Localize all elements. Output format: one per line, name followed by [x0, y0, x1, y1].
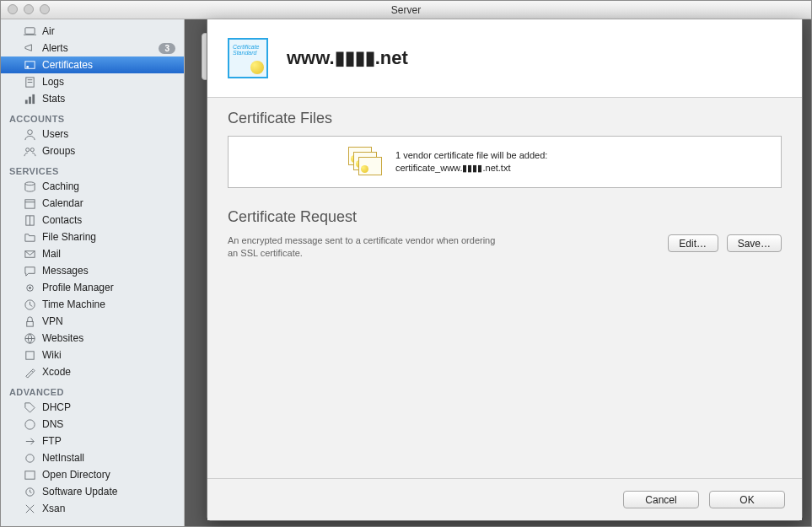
request-buttons: Edit… Save…: [668, 234, 782, 252]
document-icon: [23, 75, 37, 89]
svg-rect-24: [26, 351, 34, 358]
clock-icon: [23, 298, 37, 312]
edit-button[interactable]: Edit…: [668, 234, 718, 252]
certificate-files-box: 1 vendor certificate file will be added:…: [228, 136, 782, 188]
sidebar-item-label: Alerts: [42, 42, 68, 54]
arrow-icon: [23, 434, 37, 449]
laptop-icon: [23, 24, 37, 39]
svg-point-20: [29, 287, 31, 289]
sidebar-item-software-update[interactable]: Software Update: [1, 483, 184, 500]
file-line-2: certificate_www.▮▮▮▮.net.txt: [395, 162, 547, 175]
sidebar-item-xcode[interactable]: Xcode: [1, 363, 184, 380]
svg-point-26: [26, 454, 34, 461]
sidebar-item-time-machine[interactable]: Time Machine: [1, 296, 184, 313]
people-icon: [23, 144, 37, 159]
megaphone-icon: [23, 41, 37, 56]
sheet-body: Certificate Files 1 vendor certificate f…: [207, 98, 802, 478]
save-button[interactable]: Save…: [727, 234, 782, 252]
sidebar-item-profile-manager[interactable]: Profile Manager: [1, 279, 184, 296]
request-section-title: Certificate Request: [228, 208, 782, 226]
cancel-button[interactable]: Cancel: [623, 491, 699, 508]
svg-point-11: [26, 148, 30, 151]
globe-icon: [23, 331, 37, 346]
net-icon: [23, 451, 37, 465]
minimize-window-icon[interactable]: [24, 4, 34, 14]
sidebar-item-vpn[interactable]: VPN: [1, 313, 184, 330]
request-section: An encrypted message sent to a certifica…: [228, 234, 782, 261]
svg-point-12: [30, 148, 34, 151]
sheet-header: Certificate Standard www.▮▮▮▮.net: [207, 19, 802, 98]
sidebar-item-xsan[interactable]: Xsan: [1, 500, 184, 517]
svg-point-13: [25, 181, 35, 185]
window-title: Server: [391, 4, 421, 16]
hammer-icon: [23, 365, 37, 379]
gear-icon: [23, 281, 37, 295]
sidebar-item-caching[interactable]: Caching: [1, 178, 184, 195]
sidebar-item-users[interactable]: Users: [1, 126, 184, 143]
sidebar-item-label: Messages: [42, 265, 89, 277]
sidebar-item-label: Websites: [42, 332, 83, 344]
sidebar-item-label: Certificates: [42, 59, 93, 71]
certificate-stack-icon: [348, 147, 384, 177]
sheet-title: www.▮▮▮▮.net: [287, 47, 408, 69]
book-icon: [23, 213, 37, 228]
sidebar-item-certificates[interactable]: Certificates: [1, 56, 184, 73]
sidebar-item-label: Stats: [42, 93, 65, 105]
sidebar-item-label: Caching: [42, 180, 79, 192]
sidebar-item-wiki[interactable]: Wiki: [1, 347, 184, 363]
sidebar-item-websites[interactable]: Websites: [1, 330, 184, 347]
file-lines: 1 vendor certificate file will be added:…: [395, 149, 547, 175]
svg-point-25: [25, 419, 35, 428]
close-window-icon[interactable]: [8, 4, 18, 14]
sidebar-item-label: FTP: [42, 435, 62, 447]
titlebar[interactable]: Server: [1, 1, 811, 19]
ok-button[interactable]: OK: [709, 491, 785, 508]
svg-point-3: [26, 65, 29, 67]
sidebar-item-groups[interactable]: Groups: [1, 143, 184, 159]
svg-rect-9: [32, 94, 35, 103]
wiki-icon: [23, 348, 37, 363]
sidebar-item-label: VPN: [42, 315, 63, 327]
svg-rect-14: [25, 199, 35, 207]
sidebar-item-air[interactable]: Air: [1, 23, 184, 40]
sheet-footer: Cancel OK: [207, 478, 802, 520]
sidebar-section-services: SERVICES: [1, 159, 184, 178]
sidebar-item-logs[interactable]: Logs: [1, 73, 184, 90]
sidebar-item-label: Contacts: [42, 214, 82, 226]
sidebar-item-mail[interactable]: Mail: [1, 245, 184, 262]
envelope-icon: [23, 247, 37, 261]
sidebar-item-label: Calendar: [42, 197, 83, 209]
server-window: Server Air Alerts 3 Certificates Logs: [0, 0, 812, 527]
svg-rect-0: [25, 27, 35, 34]
content-split: Air Alerts 3 Certificates Logs Stats ACC…: [1, 19, 811, 526]
folder-icon: [23, 230, 37, 245]
disk-icon: [23, 180, 37, 194]
bubble-icon: [23, 264, 37, 278]
sidebar-item-calendar[interactable]: Calendar: [1, 195, 184, 212]
sidebar-item-contacts[interactable]: Contacts: [1, 212, 184, 229]
sidebar-item-label: File Sharing: [42, 231, 96, 243]
certificate-large-icon: Certificate Standard: [228, 38, 268, 78]
calendar-icon: [23, 196, 37, 211]
svg-rect-8: [29, 96, 31, 103]
sidebar-item-label: Air: [42, 25, 55, 37]
sidebar-item-label: DHCP: [42, 401, 71, 413]
sidebar-item-label: Software Update: [42, 486, 117, 497]
svg-rect-7: [25, 99, 28, 104]
traffic-lights: [8, 4, 50, 14]
sidebar-item-file-sharing[interactable]: File Sharing: [1, 229, 184, 245]
sidebar-item-ftp[interactable]: FTP: [1, 433, 184, 449]
file-line-1: 1 vendor certificate file will be added:: [395, 149, 547, 162]
sidebar-item-dns[interactable]: DNS: [1, 416, 184, 433]
sidebar-item-messages[interactable]: Messages: [1, 262, 184, 279]
globe-icon: [23, 417, 37, 432]
sidebar-item-netinstall[interactable]: NetInstall: [1, 449, 184, 466]
sidebar-item-dhcp[interactable]: DHCP: [1, 399, 184, 416]
zoom-window-icon[interactable]: [40, 4, 50, 14]
sidebar-item-label: Groups: [42, 145, 75, 157]
sidebar-item-alerts[interactable]: Alerts 3: [1, 40, 184, 56]
sidebar-item-stats[interactable]: Stats: [1, 90, 184, 107]
files-section-title: Certificate Files: [228, 110, 782, 127]
certificate-icon: [23, 58, 37, 73]
sidebar-item-open-directory[interactable]: Open Directory: [1, 466, 184, 483]
